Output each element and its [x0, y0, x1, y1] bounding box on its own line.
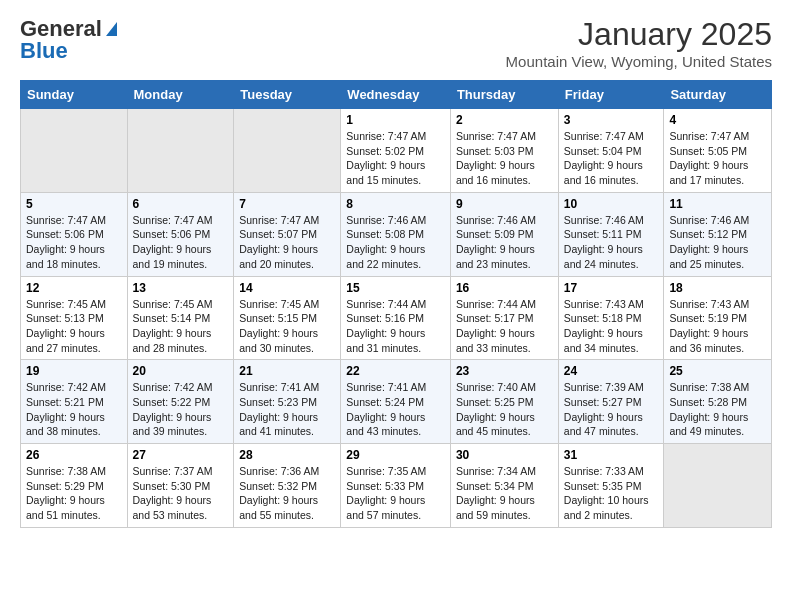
day-info: Sunrise: 7:41 AMSunset: 5:23 PMDaylight:…	[239, 380, 335, 439]
day-info: Sunrise: 7:44 AMSunset: 5:17 PMDaylight:…	[456, 297, 553, 356]
weekday-header-row: SundayMondayTuesdayWednesdayThursdayFrid…	[21, 81, 772, 109]
day-info: Sunrise: 7:47 AMSunset: 5:06 PMDaylight:…	[133, 213, 229, 272]
week-row-1: 1Sunrise: 7:47 AMSunset: 5:02 PMDaylight…	[21, 109, 772, 193]
week-row-3: 12Sunrise: 7:45 AMSunset: 5:13 PMDayligh…	[21, 276, 772, 360]
month-title: January 2025	[506, 16, 772, 53]
day-info: Sunrise: 7:43 AMSunset: 5:18 PMDaylight:…	[564, 297, 659, 356]
day-number: 26	[26, 448, 122, 462]
day-cell: 12Sunrise: 7:45 AMSunset: 5:13 PMDayligh…	[21, 276, 128, 360]
day-cell: 25Sunrise: 7:38 AMSunset: 5:28 PMDayligh…	[664, 360, 772, 444]
day-number: 28	[239, 448, 335, 462]
day-cell: 19Sunrise: 7:42 AMSunset: 5:21 PMDayligh…	[21, 360, 128, 444]
day-number: 15	[346, 281, 445, 295]
day-number: 12	[26, 281, 122, 295]
day-cell: 7Sunrise: 7:47 AMSunset: 5:07 PMDaylight…	[234, 192, 341, 276]
day-info: Sunrise: 7:38 AMSunset: 5:28 PMDaylight:…	[669, 380, 766, 439]
day-info: Sunrise: 7:46 AMSunset: 5:09 PMDaylight:…	[456, 213, 553, 272]
day-info: Sunrise: 7:47 AMSunset: 5:05 PMDaylight:…	[669, 129, 766, 188]
day-cell: 16Sunrise: 7:44 AMSunset: 5:17 PMDayligh…	[450, 276, 558, 360]
day-info: Sunrise: 7:46 AMSunset: 5:08 PMDaylight:…	[346, 213, 445, 272]
day-cell: 30Sunrise: 7:34 AMSunset: 5:34 PMDayligh…	[450, 444, 558, 528]
day-number: 6	[133, 197, 229, 211]
day-number: 21	[239, 364, 335, 378]
day-cell: 14Sunrise: 7:45 AMSunset: 5:15 PMDayligh…	[234, 276, 341, 360]
day-cell: 15Sunrise: 7:44 AMSunset: 5:16 PMDayligh…	[341, 276, 451, 360]
day-info: Sunrise: 7:36 AMSunset: 5:32 PMDaylight:…	[239, 464, 335, 523]
day-cell	[664, 444, 772, 528]
day-number: 7	[239, 197, 335, 211]
day-info: Sunrise: 7:42 AMSunset: 5:21 PMDaylight:…	[26, 380, 122, 439]
day-cell: 22Sunrise: 7:41 AMSunset: 5:24 PMDayligh…	[341, 360, 451, 444]
day-info: Sunrise: 7:34 AMSunset: 5:34 PMDaylight:…	[456, 464, 553, 523]
weekday-header-friday: Friday	[558, 81, 664, 109]
day-cell: 23Sunrise: 7:40 AMSunset: 5:25 PMDayligh…	[450, 360, 558, 444]
week-row-2: 5Sunrise: 7:47 AMSunset: 5:06 PMDaylight…	[21, 192, 772, 276]
day-cell: 10Sunrise: 7:46 AMSunset: 5:11 PMDayligh…	[558, 192, 664, 276]
day-number: 13	[133, 281, 229, 295]
day-info: Sunrise: 7:39 AMSunset: 5:27 PMDaylight:…	[564, 380, 659, 439]
day-cell: 3Sunrise: 7:47 AMSunset: 5:04 PMDaylight…	[558, 109, 664, 193]
day-number: 10	[564, 197, 659, 211]
day-cell: 27Sunrise: 7:37 AMSunset: 5:30 PMDayligh…	[127, 444, 234, 528]
day-cell	[127, 109, 234, 193]
day-info: Sunrise: 7:47 AMSunset: 5:04 PMDaylight:…	[564, 129, 659, 188]
day-number: 8	[346, 197, 445, 211]
day-number: 16	[456, 281, 553, 295]
day-cell: 6Sunrise: 7:47 AMSunset: 5:06 PMDaylight…	[127, 192, 234, 276]
weekday-header-tuesday: Tuesday	[234, 81, 341, 109]
logo: General Blue	[20, 16, 117, 64]
day-info: Sunrise: 7:37 AMSunset: 5:30 PMDaylight:…	[133, 464, 229, 523]
day-number: 27	[133, 448, 229, 462]
day-cell: 4Sunrise: 7:47 AMSunset: 5:05 PMDaylight…	[664, 109, 772, 193]
day-cell: 26Sunrise: 7:38 AMSunset: 5:29 PMDayligh…	[21, 444, 128, 528]
day-number: 17	[564, 281, 659, 295]
day-number: 18	[669, 281, 766, 295]
day-cell: 18Sunrise: 7:43 AMSunset: 5:19 PMDayligh…	[664, 276, 772, 360]
day-number: 31	[564, 448, 659, 462]
day-info: Sunrise: 7:35 AMSunset: 5:33 PMDaylight:…	[346, 464, 445, 523]
weekday-header-saturday: Saturday	[664, 81, 772, 109]
day-number: 9	[456, 197, 553, 211]
day-cell: 29Sunrise: 7:35 AMSunset: 5:33 PMDayligh…	[341, 444, 451, 528]
day-info: Sunrise: 7:45 AMSunset: 5:13 PMDaylight:…	[26, 297, 122, 356]
day-info: Sunrise: 7:45 AMSunset: 5:15 PMDaylight:…	[239, 297, 335, 356]
weekday-header-monday: Monday	[127, 81, 234, 109]
day-info: Sunrise: 7:43 AMSunset: 5:19 PMDaylight:…	[669, 297, 766, 356]
title-block: January 2025 Mountain View, Wyoming, Uni…	[506, 16, 772, 70]
day-cell: 1Sunrise: 7:47 AMSunset: 5:02 PMDaylight…	[341, 109, 451, 193]
day-number: 11	[669, 197, 766, 211]
day-number: 4	[669, 113, 766, 127]
week-row-5: 26Sunrise: 7:38 AMSunset: 5:29 PMDayligh…	[21, 444, 772, 528]
weekday-header-thursday: Thursday	[450, 81, 558, 109]
day-number: 24	[564, 364, 659, 378]
day-info: Sunrise: 7:47 AMSunset: 5:03 PMDaylight:…	[456, 129, 553, 188]
week-row-4: 19Sunrise: 7:42 AMSunset: 5:21 PMDayligh…	[21, 360, 772, 444]
day-cell: 11Sunrise: 7:46 AMSunset: 5:12 PMDayligh…	[664, 192, 772, 276]
day-info: Sunrise: 7:45 AMSunset: 5:14 PMDaylight:…	[133, 297, 229, 356]
location-text: Mountain View, Wyoming, United States	[506, 53, 772, 70]
weekday-header-sunday: Sunday	[21, 81, 128, 109]
day-number: 14	[239, 281, 335, 295]
day-info: Sunrise: 7:38 AMSunset: 5:29 PMDaylight:…	[26, 464, 122, 523]
day-cell: 20Sunrise: 7:42 AMSunset: 5:22 PMDayligh…	[127, 360, 234, 444]
day-info: Sunrise: 7:33 AMSunset: 5:35 PMDaylight:…	[564, 464, 659, 523]
day-number: 29	[346, 448, 445, 462]
day-number: 1	[346, 113, 445, 127]
day-cell: 5Sunrise: 7:47 AMSunset: 5:06 PMDaylight…	[21, 192, 128, 276]
day-info: Sunrise: 7:41 AMSunset: 5:24 PMDaylight:…	[346, 380, 445, 439]
day-info: Sunrise: 7:46 AMSunset: 5:11 PMDaylight:…	[564, 213, 659, 272]
day-info: Sunrise: 7:40 AMSunset: 5:25 PMDaylight:…	[456, 380, 553, 439]
day-cell: 21Sunrise: 7:41 AMSunset: 5:23 PMDayligh…	[234, 360, 341, 444]
calendar-table: SundayMondayTuesdayWednesdayThursdayFrid…	[20, 80, 772, 528]
day-cell	[234, 109, 341, 193]
day-number: 25	[669, 364, 766, 378]
day-number: 30	[456, 448, 553, 462]
day-number: 3	[564, 113, 659, 127]
day-cell: 31Sunrise: 7:33 AMSunset: 5:35 PMDayligh…	[558, 444, 664, 528]
day-cell: 17Sunrise: 7:43 AMSunset: 5:18 PMDayligh…	[558, 276, 664, 360]
logo-blue-text: Blue	[20, 38, 68, 64]
day-info: Sunrise: 7:44 AMSunset: 5:16 PMDaylight:…	[346, 297, 445, 356]
day-cell: 13Sunrise: 7:45 AMSunset: 5:14 PMDayligh…	[127, 276, 234, 360]
day-number: 5	[26, 197, 122, 211]
calendar-container: General Blue January 2025 Mountain View,…	[0, 0, 792, 540]
